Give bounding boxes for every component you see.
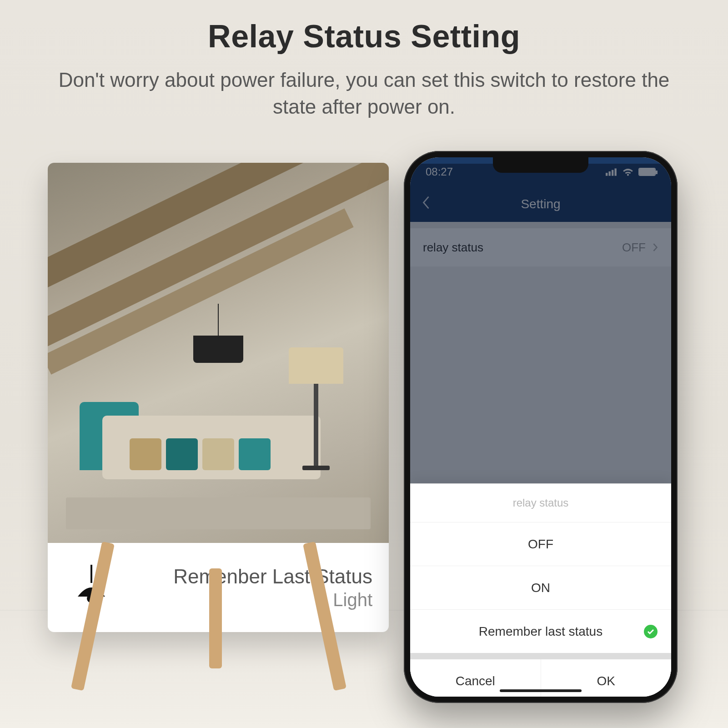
- hero-title: Relay Status Setting: [57, 18, 671, 55]
- easel-leg: [209, 568, 222, 668]
- header-title: Setting: [521, 197, 560, 211]
- option-label: ON: [531, 581, 550, 595]
- option-remember-last-status[interactable]: Remember last status: [410, 609, 671, 653]
- chevron-left-icon: [421, 195, 431, 211]
- back-button[interactable]: [421, 195, 431, 214]
- option-label: OFF: [528, 537, 553, 552]
- battery-icon: [638, 168, 656, 176]
- sheet-title: relay status: [410, 484, 671, 522]
- phone-notch: [493, 157, 588, 173]
- relay-status-sheet: relay status OFF ON Remember last status…: [410, 483, 671, 697]
- row-value: OFF: [622, 241, 646, 255]
- row-relay-status[interactable]: relay status OFF: [410, 228, 671, 266]
- wifi-icon: [622, 167, 634, 176]
- signal-icon: [606, 167, 618, 176]
- card-subtitle: Light: [129, 590, 372, 610]
- svg-rect-4: [612, 170, 613, 176]
- sheet-separator: [410, 653, 671, 659]
- phone-frame: 08:27 Setting relay status OFF: [404, 151, 678, 703]
- svg-rect-2: [606, 173, 608, 176]
- hero: Relay Status Setting Don't worry about p…: [57, 18, 671, 120]
- settings-list: relay status OFF relay status OFF ON Rem…: [410, 228, 671, 697]
- option-on[interactable]: ON: [410, 566, 671, 609]
- status-time: 08:27: [426, 166, 453, 178]
- option-off[interactable]: OFF: [410, 522, 671, 566]
- chevron-right-icon: [652, 242, 658, 252]
- svg-rect-3: [609, 171, 611, 176]
- row-label: relay status: [423, 241, 483, 255]
- app-header: Setting: [410, 186, 671, 222]
- svg-rect-5: [615, 168, 617, 176]
- check-icon: [644, 625, 658, 638]
- home-indicator[interactable]: [500, 689, 582, 692]
- hero-subtitle: Don't worry about power failure, you can…: [57, 66, 671, 120]
- promo-image: [48, 163, 389, 543]
- option-label: Remember last status: [479, 624, 602, 639]
- phone-screen: 08:27 Setting relay status OFF: [410, 157, 671, 697]
- card-title: Remenber Last Status: [129, 565, 372, 588]
